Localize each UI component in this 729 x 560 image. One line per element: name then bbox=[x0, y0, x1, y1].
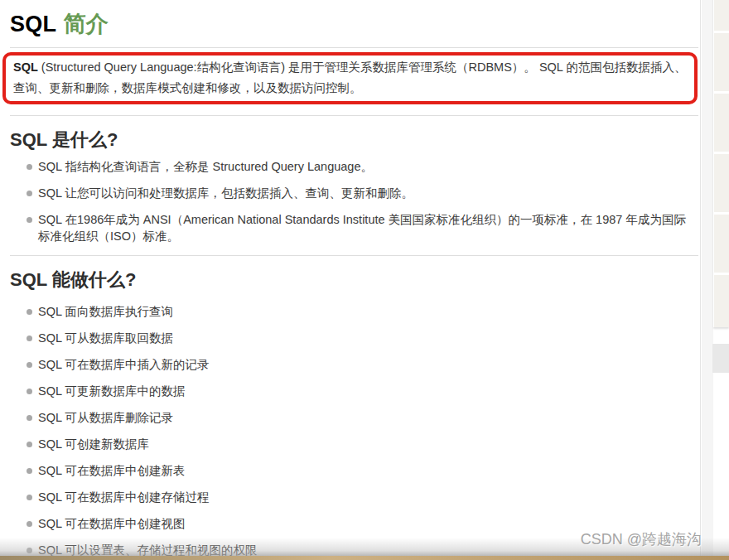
article-page: SQL简介 SQL (Structured Query Language:结构化… bbox=[0, 0, 701, 560]
cropped-side-block bbox=[712, 344, 729, 373]
page-gutter bbox=[702, 0, 713, 560]
window-bottom-edge bbox=[0, 556, 729, 560]
intro-lead: SQL bbox=[13, 60, 38, 74]
divider bbox=[10, 255, 698, 256]
divider bbox=[10, 115, 698, 116]
cropped-side-panel bbox=[713, 0, 729, 327]
list-item: SQL 可在数据库中插入新的记录 bbox=[38, 356, 692, 373]
what-can-sql-do-list: SQL 面向数据库执行查询 SQL 可从数据库取回数据 SQL 可在数据库中插入… bbox=[0, 303, 700, 558]
page-title: SQL简介 bbox=[10, 12, 700, 36]
divider bbox=[10, 47, 698, 48]
page-title-en: SQL bbox=[10, 12, 56, 36]
section-heading-what-is-sql: SQL 是什么? bbox=[10, 129, 700, 151]
list-item: SQL 让您可以访问和处理数据库，包括数据插入、查询、更新和删除。 bbox=[38, 185, 692, 201]
list-item: SQL 可创建新数据库 bbox=[38, 436, 692, 452]
list-item: SQL 指结构化查询语言，全称是 Structured Query Langua… bbox=[38, 158, 692, 175]
list-item: SQL 面向数据库执行查询 bbox=[38, 303, 692, 320]
section-heading-what-can-sql-do: SQL 能做什么? bbox=[10, 269, 700, 291]
list-item: SQL 可在数据库中创建视图 bbox=[38, 515, 692, 532]
intro-text: (Structured Query Language:结构化查询语言) 是用于管… bbox=[13, 60, 686, 94]
page-title-zh: 简介 bbox=[63, 12, 109, 36]
watermark: CSDN @跨越海沟 bbox=[581, 530, 702, 548]
annotation-box: SQL (Structured Query Language:结构化查询语言) … bbox=[2, 52, 698, 104]
list-item: SQL 可在数据库中创建存储过程 bbox=[38, 489, 692, 505]
list-item: SQL 可更新数据库中的数据 bbox=[38, 383, 692, 399]
list-item: SQL 可在数据库中创建新表 bbox=[38, 462, 692, 479]
list-item: SQL 在1986年成为 ANSI（American National Stan… bbox=[38, 211, 692, 244]
what-is-sql-list: SQL 指结构化查询语言，全称是 Structured Query Langua… bbox=[0, 158, 700, 244]
list-item: SQL 可从数据库删除记录 bbox=[38, 409, 692, 426]
list-item: SQL 可从数据库取回数据 bbox=[38, 330, 692, 346]
